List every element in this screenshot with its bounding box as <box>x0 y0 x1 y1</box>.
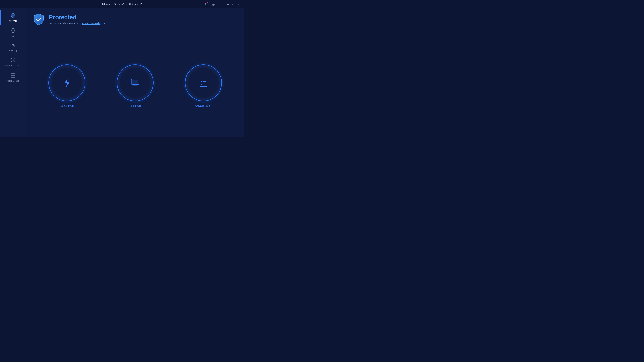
svg-rect-21 <box>132 80 138 84</box>
custom-scan-inner <box>188 68 218 98</box>
shield-badge <box>33 13 45 26</box>
svg-line-13 <box>11 46 12 46</box>
notification-badge <box>207 2 208 3</box>
care-label: Care <box>11 35 15 37</box>
scan-buttons: Quick Scan Ful <box>33 40 238 132</box>
care-icon <box>10 28 15 33</box>
monitor-icon <box>131 78 140 87</box>
custom-scan-label: Custom Scan <box>195 104 211 107</box>
lightning-icon <box>62 78 71 87</box>
key-icon <box>212 3 215 6</box>
speedup-label: Speed Up <box>8 49 17 52</box>
sidebar-item-action-center[interactable]: Action Center <box>0 70 26 85</box>
svg-line-14 <box>14 46 15 46</box>
sidebar: Antivirus Care <box>0 8 26 137</box>
quick-scan-ring <box>48 64 85 101</box>
software-updater-label: Software Updater <box>5 64 21 67</box>
title-bar: Advanced SystemCare Ultimate 15 <box>0 0 244 8</box>
app-title: Advanced SystemCare Ultimate 15 <box>82 3 162 5</box>
main-layout: Antivirus Care <box>0 8 244 137</box>
sidebar-item-software-updater[interactable]: Software Updater <box>0 55 26 70</box>
sidebar-item-antivirus[interactable]: Antivirus <box>0 10 26 25</box>
quick-scan-button[interactable]: Quick Scan <box>48 64 85 107</box>
svg-rect-26 <box>200 79 207 86</box>
svg-rect-18 <box>11 76 13 77</box>
window-controls: – □ ✕ <box>226 2 242 6</box>
checklist-icon <box>199 78 208 87</box>
content-area: Protected Last Update: 2/10/2022 12:47 P… <box>26 8 244 137</box>
status-section: Protected Last Update: 2/10/2022 12:47 P… <box>33 13 238 26</box>
custom-scan-ring <box>185 64 222 101</box>
close-button[interactable]: ✕ <box>236 2 242 6</box>
sidebar-item-care[interactable]: Care <box>0 25 26 40</box>
expand-protection-button[interactable]: + <box>103 22 106 25</box>
status-title: Protected <box>49 14 106 20</box>
last-update-text: Last Update: 2/10/2022 12:47 <box>49 22 80 25</box>
sidebar-item-speedup[interactable]: Speed Up <box>0 40 26 55</box>
status-meta: Last Update: 2/10/2022 12:47 Protection … <box>49 22 106 25</box>
hamburger-icon <box>219 3 222 5</box>
speedup-icon <box>10 43 16 48</box>
minimize-button[interactable]: – <box>226 2 230 6</box>
full-scan-inner <box>120 68 150 98</box>
full-scan-label: Full Scan <box>130 104 141 107</box>
quick-scan-inner <box>52 68 82 98</box>
license-button[interactable] <box>211 2 216 6</box>
svg-rect-29 <box>201 83 202 84</box>
antivirus-icon <box>10 13 15 18</box>
notifications-button[interactable] <box>204 2 209 7</box>
title-bar-controls: – □ ✕ <box>162 2 242 7</box>
software-updater-icon <box>10 58 15 63</box>
maximize-button[interactable]: □ <box>231 2 236 6</box>
svg-rect-19 <box>13 76 15 77</box>
menu-button[interactable] <box>218 2 224 6</box>
full-scan-ring <box>117 64 154 101</box>
protection-details-link[interactable]: Protection Details <box>82 22 100 25</box>
action-center-icon <box>10 73 15 78</box>
full-scan-button[interactable]: Full Scan <box>117 64 154 107</box>
svg-point-1 <box>213 4 214 5</box>
status-info: Protected Last Update: 2/10/2022 12:47 P… <box>49 14 106 25</box>
svg-rect-16 <box>11 73 13 75</box>
svg-rect-17 <box>13 73 15 75</box>
action-center-label: Action Center <box>7 80 19 82</box>
svg-point-12 <box>12 46 13 47</box>
custom-scan-button[interactable]: Custom Scan <box>185 64 222 107</box>
svg-point-6 <box>12 30 14 31</box>
quick-scan-label: Quick Scan <box>60 104 74 107</box>
bell-icon <box>204 2 208 6</box>
antivirus-label: Antivirus <box>9 20 17 22</box>
